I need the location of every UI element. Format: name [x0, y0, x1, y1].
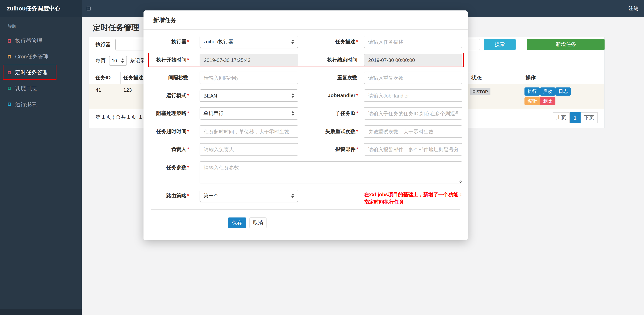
- executor-label: 执行器*: [144, 36, 189, 48]
- modal-header: 新增任务: [144, 11, 468, 30]
- interval-seconds-label: 间隔秒数: [144, 72, 189, 84]
- col-header-task-id: 任务ID: [96, 72, 110, 84]
- owner-input[interactable]: [200, 143, 298, 156]
- modal-title: 新增任务: [153, 11, 176, 30]
- child-task-id-input[interactable]: [364, 107, 462, 120]
- end-time-label: 执行结束时间: [306, 54, 358, 66]
- search-button[interactable]: 搜索: [484, 39, 516, 50]
- sidebar-item-label: Cron任务管理: [15, 53, 48, 60]
- feature-note-line1: 在xxl-jobs项目的基础上，新增了一个功能：: [364, 191, 468, 198]
- status-text: STOP: [476, 89, 488, 94]
- select-value: 单机串行: [204, 110, 224, 117]
- app: zuihou任务调度中心 注销 导航 执行器管理 Cron任务管理 定时任务管理…: [0, 0, 644, 315]
- block-strategy-label: 阻塞处理策略*: [144, 107, 189, 120]
- square-icon: [8, 39, 11, 43]
- sidebar-item-cron-task-manage[interactable]: Cron任务管理: [0, 49, 82, 65]
- end-time-input[interactable]: [364, 54, 462, 66]
- task-params-label: 任务参数*: [144, 161, 189, 174]
- select-value: 第一个: [204, 192, 218, 199]
- square-icon: [8, 87, 11, 90]
- modal-footer-divider: [151, 209, 460, 210]
- feature-note-line2: 指定时间执行任务: [364, 198, 468, 205]
- interval-seconds-input[interactable]: [200, 72, 298, 84]
- sidebar-item-timed-task-manage[interactable]: 定时任务管理: [0, 65, 82, 81]
- route-strategy-select[interactable]: 第一个: [200, 190, 298, 202]
- task-desc-input[interactable]: [364, 36, 462, 48]
- timeout-input[interactable]: [200, 125, 298, 138]
- square-icon: [8, 103, 11, 106]
- timeout-label: 任务超时时间*: [144, 125, 189, 138]
- edit-button[interactable]: 编辑: [524, 97, 540, 105]
- select-arrows-icon: [291, 193, 294, 198]
- cell-task-desc: 123: [124, 87, 132, 94]
- sidebar-item-label: 定时任务管理: [15, 69, 48, 76]
- page-title: 定时任务管理: [93, 23, 139, 33]
- sidebar-item-run-report[interactable]: 运行报表: [0, 96, 82, 112]
- feature-note: 在xxl-jobs项目的基础上，新增了一个功能： 指定时间执行任务: [364, 191, 468, 205]
- delete-button[interactable]: 删除: [540, 97, 556, 105]
- sidebar-item-label: 调度日志: [15, 85, 37, 92]
- col-header-status: 状态: [472, 72, 482, 84]
- owner-label: 负责人*: [144, 143, 189, 156]
- col-header-task-desc: 任务描述: [124, 72, 144, 84]
- stop-square-icon: [473, 90, 475, 93]
- select-value: zuihou执行器: [204, 38, 234, 45]
- start-time-label: 执行开始时间*: [144, 54, 189, 66]
- jobhandler-label: JobHandler*: [306, 89, 358, 102]
- sidebar-nav: 导航 执行器管理 Cron任务管理 定时任务管理 调度日志 运行报表: [0, 17, 82, 309]
- pagination-page-1-button[interactable]: 1: [570, 112, 580, 123]
- sidebar-footer: [0, 309, 82, 315]
- run-mode-select[interactable]: BEAN: [200, 89, 298, 102]
- status-badge: STOP: [470, 88, 490, 95]
- select-arrows-icon: [121, 59, 124, 63]
- child-task-id-label: 子任务ID*: [306, 107, 358, 120]
- logout-link[interactable]: 注销: [628, 0, 638, 17]
- per-page-prefix: 每页: [96, 55, 106, 67]
- sidebar-toggle-button[interactable]: [86, 0, 98, 17]
- select-value: 10: [112, 58, 117, 64]
- pagination-next-button[interactable]: 下页: [580, 112, 598, 123]
- sidebar-item-dispatch-log[interactable]: 调度日志: [0, 81, 82, 96]
- run-mode-label: 运行模式*: [144, 89, 189, 102]
- sidebar-toggle-icon: [87, 7, 90, 11]
- cancel-button[interactable]: 取消: [250, 217, 266, 228]
- repeat-count-label: 重复次数: [306, 72, 358, 84]
- sidebar-item-label: 运行报表: [15, 101, 37, 108]
- select-arrows-icon: [291, 93, 294, 98]
- cell-task-id: 41: [96, 87, 101, 94]
- square-icon: [8, 71, 11, 74]
- route-strategy-label: 路由策略*: [144, 190, 189, 202]
- select-arrows-icon: [291, 111, 294, 116]
- per-page-select[interactable]: 10: [109, 56, 127, 66]
- executor-select[interactable]: zuihou执行器: [200, 36, 298, 48]
- start-time-input[interactable]: [200, 54, 298, 66]
- sidebar-item-label: 执行器管理: [15, 37, 42, 44]
- nav-section-label: 导航: [0, 17, 82, 33]
- sidebar-item-executor-manage[interactable]: 执行器管理: [0, 33, 82, 49]
- task-desc-label: 任务描述*: [306, 36, 358, 48]
- jobhandler-input[interactable]: [364, 89, 462, 102]
- repeat-count-input[interactable]: [364, 72, 462, 84]
- select-value: BEAN: [204, 93, 217, 99]
- add-task-button[interactable]: 新增任务: [527, 39, 604, 50]
- per-page-suffix: 条记录: [130, 55, 145, 67]
- select-arrows-icon: [291, 40, 294, 44]
- pagination-prev-button[interactable]: 上页: [553, 112, 570, 123]
- block-strategy-select[interactable]: 单机串行: [200, 107, 298, 120]
- alarm-email-input[interactable]: [364, 143, 462, 156]
- log-button[interactable]: 日志: [556, 88, 571, 96]
- add-task-modal: 新增任务 执行器* zuihou执行器 任务描述* 执行开始时间* 执行结束时间…: [144, 11, 468, 240]
- col-header-actions: 操作: [526, 72, 536, 84]
- fail-retry-label: 失败重试次数*: [306, 125, 358, 138]
- start-button[interactable]: 启动: [540, 88, 556, 96]
- square-icon: [8, 55, 11, 59]
- executor-filter-label: 执行器: [96, 39, 110, 50]
- run-button[interactable]: 执行: [524, 88, 540, 96]
- task-params-textarea[interactable]: [200, 161, 462, 183]
- brand-title[interactable]: zuihou任务调度中心: [0, 0, 82, 17]
- alarm-email-label: 报警邮件*: [306, 143, 358, 156]
- save-button[interactable]: 保存: [228, 217, 246, 228]
- fail-retry-input[interactable]: [364, 125, 462, 138]
